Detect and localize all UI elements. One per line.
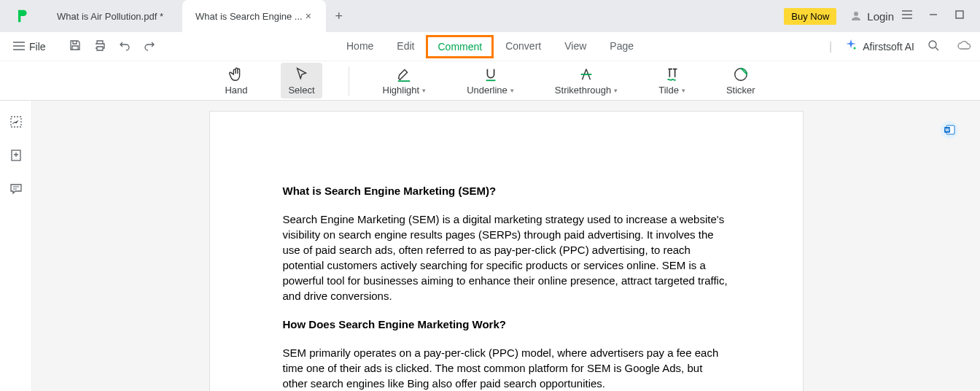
tool-select[interactable]: Select — [281, 63, 322, 98]
file-menu-button[interactable]: File — [10, 38, 49, 55]
svg-point-3 — [929, 41, 936, 48]
left-sidebar — [0, 101, 32, 391]
file-label: File — [29, 41, 46, 53]
chevron-down-icon: ▾ — [682, 87, 685, 94]
tool-sticker[interactable]: Sticker — [719, 63, 763, 98]
svg-point-2 — [854, 47, 856, 50]
menu-convert[interactable]: Convert — [494, 34, 553, 59]
tool-label: Sticker — [726, 85, 755, 96]
sticker-icon — [732, 66, 750, 83]
hamburger-icon — [13, 41, 25, 53]
doc-heading: What is Search Engine Marketing (SEM)? — [283, 185, 730, 197]
svg-text:W: W — [945, 128, 949, 132]
tool-label: Underline — [467, 85, 508, 96]
highlight-icon — [395, 66, 413, 83]
tool-highlight[interactable]: Highlight▾ — [376, 63, 434, 98]
buy-now-button[interactable]: Buy Now — [784, 8, 836, 25]
chevron-down-icon: ▾ — [614, 87, 618, 94]
strikethrough-icon — [578, 66, 595, 83]
print-icon[interactable] — [94, 39, 106, 54]
tab-inactive[interactable]: What is Air Pollution.pdf * — [44, 0, 182, 32]
menu-icon[interactable] — [894, 9, 920, 23]
underline-icon — [482, 66, 499, 83]
cursor-icon — [293, 66, 311, 83]
login-label: Login — [867, 10, 894, 23]
tool-label: Tilde — [658, 85, 679, 96]
ai-label: Afirstsoft AI — [863, 41, 914, 53]
save-icon[interactable] — [69, 39, 81, 54]
menu-home[interactable]: Home — [335, 34, 385, 59]
thumbnail-icon[interactable] — [9, 115, 23, 131]
tool-tilde[interactable]: Tilde▾ — [651, 63, 693, 98]
add-tab-button[interactable]: + — [326, 9, 352, 24]
pdf-page: What is Search Engine Marketing (SEM)? S… — [209, 111, 804, 391]
menu-page[interactable]: Page — [598, 34, 645, 59]
ai-button[interactable]: Afirstsoft AI — [845, 39, 914, 53]
tool-label: Strikethrough — [555, 85, 611, 96]
doc-paragraph: Search Engine Marketing (SEM) is a digit… — [283, 212, 730, 303]
chevron-down-icon: ▾ — [422, 87, 426, 94]
doc-heading: How Does Search Engine Marketing Work? — [283, 318, 730, 330]
search-icon[interactable] — [928, 39, 939, 54]
undo-icon[interactable] — [119, 39, 131, 54]
tab-label: What is Search Engine ... — [195, 11, 303, 22]
tool-label: Hand — [225, 85, 247, 96]
maximize-icon[interactable] — [946, 9, 973, 23]
tool-label: Select — [288, 85, 314, 96]
close-icon[interactable]: × — [303, 10, 314, 22]
word-export-badge[interactable]: W — [941, 121, 958, 139]
tilde-icon — [664, 66, 681, 83]
menu-comment[interactable]: Comment — [426, 35, 494, 58]
tool-hand[interactable]: Hand — [217, 63, 254, 98]
cloud-icon[interactable] — [957, 39, 971, 54]
tool-strikethrough[interactable]: Strikethrough▾ — [548, 63, 625, 98]
svg-rect-1 — [956, 11, 963, 18]
doc-paragraph: SEM primarily operates on a pay-per-clic… — [283, 345, 730, 391]
minimize-icon[interactable] — [920, 9, 946, 23]
tab-label: What is Air Pollution.pdf * — [57, 11, 163, 22]
tool-underline[interactable]: Underline▾ — [459, 63, 521, 98]
hand-icon — [228, 66, 245, 83]
app-logo-icon — [15, 7, 29, 25]
chevron-down-icon: ▾ — [510, 87, 514, 94]
menu-bar: File Home Edit Comment Convert View Page… — [0, 32, 980, 61]
tool-label: Highlight — [383, 85, 420, 96]
title-bar: What is Air Pollution.pdf * What is Sear… — [0, 0, 980, 32]
sparkle-icon — [845, 39, 857, 53]
tab-active[interactable]: What is Search Engine ... × — [182, 0, 326, 32]
comment-toolbar: Hand Select Highlight▾ Underline▾ Strike… — [0, 61, 980, 101]
login-button[interactable]: Login — [849, 9, 894, 23]
menu-edit[interactable]: Edit — [385, 34, 426, 59]
svg-point-0 — [854, 12, 858, 16]
redo-icon[interactable] — [144, 39, 155, 54]
user-icon — [849, 9, 863, 23]
bookmark-icon[interactable] — [9, 149, 23, 165]
menu-view[interactable]: View — [553, 34, 598, 59]
document-viewport[interactable]: What is Search Engine Marketing (SEM)? S… — [32, 101, 980, 391]
comment-icon[interactable] — [9, 182, 23, 198]
